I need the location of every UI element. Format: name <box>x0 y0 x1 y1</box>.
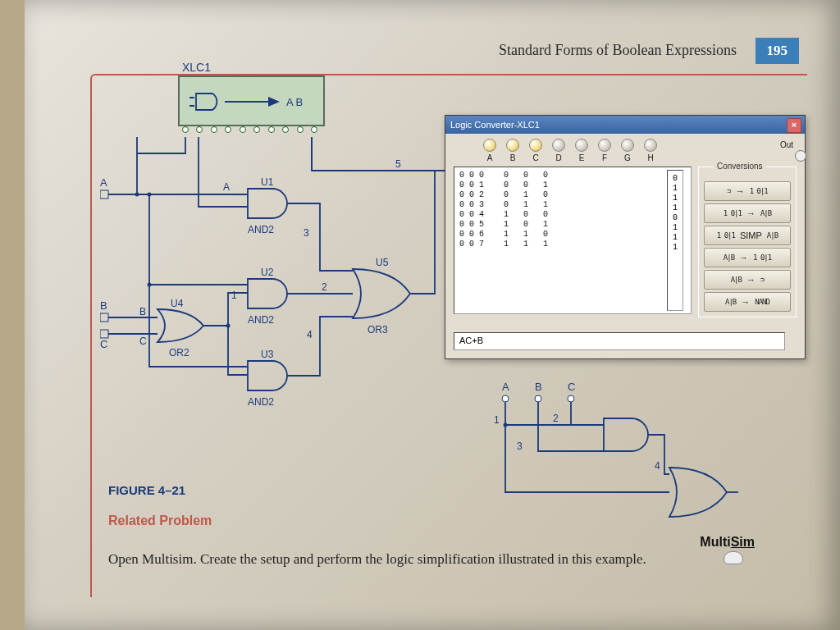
svg-text:1: 1 <box>231 290 237 301</box>
multisim-badge: MultiSim <box>700 535 755 550</box>
xlc-ref: XLC1 <box>182 61 211 74</box>
conversion-button[interactable]: ⊃→1 0|1 <box>704 181 791 201</box>
conversion-button[interactable]: A|B→⊃ <box>704 270 791 290</box>
svg-rect-2 <box>100 330 108 338</box>
title-bar[interactable]: Logic Converter-XLC1 × <box>445 116 805 134</box>
svg-rect-0 <box>100 190 108 199</box>
svg-text:OR3: OR3 <box>368 324 388 336</box>
svg-text:U1: U1 <box>261 176 274 188</box>
svg-text:A: A <box>100 176 107 189</box>
page-number: 195 <box>756 38 800 64</box>
svg-point-32 <box>535 395 541 402</box>
chapter-title: Standard Forms of Boolean Expressions <box>499 42 737 58</box>
conversions-caption: Conversions <box>714 162 766 171</box>
svg-text:3: 3 <box>304 227 309 239</box>
svg-text:OR2: OR2 <box>169 347 189 358</box>
svg-text:U2: U2 <box>261 267 274 278</box>
input-leds <box>483 139 657 152</box>
svg-text:B: B <box>100 299 107 312</box>
svg-text:AND2: AND2 <box>248 396 274 408</box>
led-c[interactable] <box>529 139 542 152</box>
expression-field[interactable]: AC+B <box>454 332 785 350</box>
svg-point-34 <box>504 423 508 427</box>
led-f[interactable] <box>598 139 611 152</box>
led-h[interactable] <box>644 139 657 152</box>
svg-text:AND2: AND2 <box>248 314 274 326</box>
truth-table[interactable]: 0 0 0 0 0 0 0 0 1 0 0 1 0 0 2 0 1 0 0 0 … <box>454 167 692 314</box>
svg-text:A: A <box>502 381 509 393</box>
svg-text:U5: U5 <box>376 257 389 268</box>
svg-text:AND2: AND2 <box>248 224 274 235</box>
truth-table-out[interactable]: 0 1 1 1 0 1 1 1 <box>667 170 683 311</box>
svg-point-13 <box>226 324 231 328</box>
schematic-wires: A B C B C U4 OR2 1 <box>100 75 453 420</box>
related-problem-heading: Related Problem <box>108 514 212 528</box>
led-labels: AB CD EF GH <box>483 153 657 162</box>
simplified-circuit: A B C 1 2 3 4 <box>477 379 740 527</box>
page: Standard Forms of Boolean Expressions 19… <box>25 0 840 630</box>
svg-text:C: C <box>139 336 147 347</box>
svg-text:1: 1 <box>494 414 500 426</box>
running-head: Standard Forms of Boolean Expressions 19… <box>499 38 799 64</box>
svg-text:2: 2 <box>322 281 327 293</box>
conversion-button[interactable]: A|B→1 0|1 <box>704 248 791 267</box>
svg-text:C: C <box>568 381 575 393</box>
conversion-button[interactable]: 1 0|1→A|B <box>704 203 791 223</box>
multisim-schematic: XLC1 A B A B C <box>100 75 453 420</box>
svg-text:U3: U3 <box>261 349 274 360</box>
svg-text:B: B <box>139 306 146 317</box>
led-e[interactable] <box>575 139 588 152</box>
svg-text:2: 2 <box>553 413 559 424</box>
window-title: Logic Converter-XLC1 <box>450 120 540 130</box>
svg-point-31 <box>502 395 509 402</box>
svg-text:4: 4 <box>307 329 313 340</box>
conversions-group: Conversions ⊃→1 0|11 0|1→A|B1 0|1SIMPA|B… <box>698 167 797 317</box>
led-g[interactable] <box>621 139 634 152</box>
svg-point-6 <box>135 193 139 197</box>
svg-text:C: C <box>100 338 107 350</box>
svg-text:A: A <box>223 181 230 193</box>
led-a[interactable] <box>483 139 496 152</box>
svg-text:4: 4 <box>655 460 660 472</box>
figure-frame: XLC1 A B A B C <box>90 74 807 597</box>
close-icon[interactable]: × <box>787 118 801 133</box>
out-label: Out <box>780 140 793 149</box>
conversion-button[interactable]: 1 0|1SIMPA|B <box>704 226 791 245</box>
svg-rect-1 <box>100 313 108 322</box>
mouse-icon <box>724 551 743 564</box>
led-b[interactable] <box>506 139 519 152</box>
svg-text:B: B <box>535 381 542 393</box>
svg-point-7 <box>148 193 152 197</box>
out-radio[interactable] <box>795 150 806 162</box>
svg-point-8 <box>148 283 152 287</box>
figure-caption: FIGURE 4–21 <box>108 483 185 497</box>
svg-text:3: 3 <box>517 441 523 452</box>
conversion-button[interactable]: A|B→NAND <box>704 292 791 312</box>
logic-converter-window: Logic Converter-XLC1 × AB CD EF <box>445 115 806 359</box>
svg-point-33 <box>568 395 574 402</box>
window-body: AB CD EF GH Out 0 0 0 0 0 0 0 0 1 0 0 1 … <box>445 134 805 358</box>
svg-text:5: 5 <box>395 158 401 170</box>
led-d[interactable] <box>552 139 565 152</box>
svg-text:U4: U4 <box>171 298 184 309</box>
related-problem-body: Open Multisim. Create the setup and perf… <box>108 550 709 569</box>
